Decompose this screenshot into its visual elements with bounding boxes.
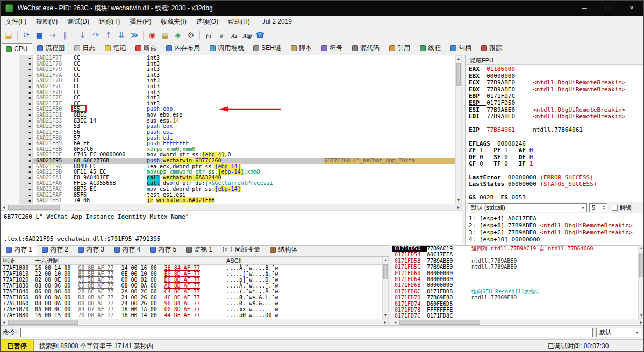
memory-row[interactable]: 77AF104006 00 08 0028 8C AF 772A 00 2C 0… (1, 289, 382, 294)
memory-vscrollbar[interactable]: ▲ ▼ (382, 257, 389, 319)
registers-view[interactable]: EAX 01186000EBX 00000000ECX 77B9ABE0 <nt… (466, 65, 644, 202)
breakpoint-gutter[interactable]: ● (19, 124, 33, 130)
disasm-row[interactable]: ●6AD21F8756push esi (1, 130, 455, 135)
run-to-user-code-button[interactable]: ⇊ (115, 30, 128, 41)
memory-row[interactable]: 77AF105008 00 0A 00D8 8B AF 7724 00 26 0… (1, 294, 382, 300)
modules-at-button[interactable]: A@ (241, 30, 254, 41)
spinner-arrows-icon[interactable]: ▲▼ (601, 205, 607, 210)
disasm-row[interactable]: ●6AD21F9568 60C2776Bpush wechatwin.6B77C… (1, 158, 455, 164)
disasm-row[interactable]: ●6AD21F9D0F11 45 ECmovups xmmword ptr ss… (1, 169, 455, 175)
disasm-row[interactable]: ●6AD21FAC8B75 ECmov esi,dword ptr ss:[eb… (1, 186, 455, 192)
disasm-row[interactable]: ●6AD21F79CCint3 (1, 67, 455, 73)
argument-line[interactable]: 2: [esp+8] 77B9ABE0 <ntdll.DbgUiRemoteBr… (469, 222, 644, 229)
menu-item-plugins[interactable]: 插件(P) (125, 16, 156, 28)
stack-row[interactable]: 0171FD6000000000 (392, 270, 638, 276)
tab-memory-5[interactable]: 内存 5 (146, 243, 181, 256)
stack-row[interactable]: 0171FD7077B69F80ntdll.77B69F80 (392, 294, 638, 300)
argument-line[interactable]: 4: [esp+10] 00000000 (469, 236, 644, 243)
menu-item-help[interactable]: 帮助(H) (223, 16, 255, 28)
graph-view-button[interactable]: ◈ (171, 30, 184, 41)
stack-row[interactable]: 0171FD6800000000 (392, 282, 638, 288)
memory-row[interactable]: 77AF10700A 00 0C 00A4 D7 AF 7718 00 1A 0… (1, 306, 382, 312)
disasm-row[interactable]: ●6AD21F7ACCint3 (1, 73, 455, 78)
stop-button[interactable]: ■ (33, 30, 46, 41)
scroll-right-icon[interactable]: ► (456, 205, 461, 210)
tab-breakpoints[interactable]: 断点 (131, 41, 161, 55)
stack-row[interactable]: 0171FD78FFFFFFFE (392, 307, 638, 313)
stack-row[interactable]: 0171FD6C0171FDD8指向SEH_Record[1]的指针 (392, 289, 638, 294)
tab-source[interactable]: 源代码 (348, 41, 384, 55)
disasm-row[interactable]: ●6AD21F7ECCint3 (1, 95, 455, 101)
breakpoint-gutter[interactable]: ● (19, 130, 33, 135)
disasm-row[interactable]: ●6AD21FAF85F6test esi,esi (1, 192, 455, 198)
tab-threads[interactable]: 线程 (416, 41, 446, 55)
disassembly-hscrollbar[interactable]: ◄ ► (1, 204, 462, 211)
breakpoint-gutter[interactable]: ● (19, 158, 33, 164)
tab-memory-map[interactable]: 内存布局 (162, 41, 205, 55)
strings-az-button[interactable]: Az (228, 30, 241, 41)
scroll-up-icon[interactable]: ▲ (639, 246, 644, 251)
disassembly-vscrollbar[interactable]: ▲ ▼ (455, 55, 462, 204)
tab-locals[interactable]: [x=]局部变量 (218, 243, 265, 256)
scroll-down-icon[interactable]: ▼ (456, 198, 461, 203)
tab-notes[interactable]: 笔记 (101, 41, 131, 55)
scroll-down-icon[interactable]: ▼ (383, 313, 388, 318)
tab-memory-3[interactable]: 内存 3 (74, 243, 109, 256)
tab-graph[interactable]: 流程图 (33, 41, 69, 55)
step-over-button[interactable]: ↷ (89, 30, 102, 41)
stack-row[interactable]: 0171FD7C0171FD8C (392, 313, 638, 319)
argument-line[interactable]: 1: [esp+4] A0C17EEA (469, 215, 644, 222)
argument-count-spinner[interactable]: 5 ▲▼ (589, 203, 607, 212)
register-line[interactable]: GS 002B FS 0053 (469, 195, 644, 202)
tab-log[interactable]: 日志 (70, 41, 100, 55)
patches-hash-button[interactable]: # (215, 30, 228, 41)
memory-row[interactable]: 77AF100016 00 14 00C0 8B AF 7714 00 16 0… (1, 265, 382, 271)
scroll-left-icon[interactable]: ◄ (1, 205, 6, 210)
breakpoint-gutter[interactable]: ● (19, 192, 33, 198)
maximize-button[interactable]: □ (596, 1, 620, 16)
breakpoint-gutter[interactable]: ● (19, 106, 33, 112)
title-bar[interactable]: WeChat.exe - PID: 263C - 模块: wechatwin.d… (1, 1, 643, 16)
breakpoint-gutter[interactable]: ● (19, 112, 33, 118)
stack-row[interactable]: 0171FD5077B9AC19返回到 ntdll.77B9AC19 自 ntd… (392, 246, 638, 252)
tab-call-stack[interactable]: 调用堆栈 (205, 41, 248, 55)
disasm-row[interactable]: ●6AD21F8857push edi (1, 135, 455, 141)
breakpoint-gutter[interactable]: ● (19, 135, 33, 141)
scroll-thumb[interactable] (456, 63, 461, 86)
command-input[interactable] (20, 328, 593, 337)
checkbox-box[interactable] (612, 205, 618, 211)
tab-handles[interactable]: 句柄 (446, 41, 476, 55)
menu-item-options[interactable]: 选项(O) (191, 16, 223, 28)
breakpoint-gutter[interactable]: ● (19, 101, 33, 107)
argument-line[interactable]: 3: [esp+C] 77B9ABE0 <ntdll.DbgUiRemoteBr… (469, 229, 644, 236)
disasm-row[interactable]: ●6AD21F78CCint3 (1, 61, 455, 67)
stack-row[interactable]: 0171FD54A0C17EEA (392, 252, 638, 257)
disasm-row[interactable]: ●6AD21F818BECmov ebp,esp (1, 112, 455, 118)
scroll-thumb[interactable] (383, 264, 388, 279)
breakpoint-gutter[interactable]: ● (19, 181, 33, 186)
disasm-row[interactable]: ●6AD21FB174 08je wechatwin.6AD21FBB (1, 198, 455, 204)
disasm-row[interactable]: ●6AD21F7BCCint3 (1, 78, 455, 84)
unlock-checkbox[interactable]: 解锁 (612, 204, 632, 212)
breakpoint-gutter[interactable]: ● (19, 67, 33, 73)
breakpoint-gutter[interactable]: ● (19, 118, 33, 124)
disasm-row[interactable]: ●6AD21F8383EC 14sub esp,14 (1, 118, 455, 124)
scroll-up-icon[interactable]: ▲ (456, 56, 461, 61)
calling-convention-select[interactable]: 默认 (stdcall) ▼ (468, 203, 587, 212)
breakpoint-gutter[interactable]: ● (19, 198, 33, 204)
breakpoint-gutter[interactable]: ● (19, 73, 33, 78)
scroll-thumb[interactable] (639, 253, 643, 277)
register-line[interactable]: CF 0 TF 0 IF 1 (469, 161, 644, 168)
breakpoint-gutter[interactable]: ● (19, 78, 33, 84)
breakpoint-gutter[interactable]: ● (19, 55, 33, 61)
disassembly-view[interactable]: ●6AD21F77CCint3●6AD21F78CCint3●6AD21F79C… (1, 55, 455, 204)
scroll-thumb[interactable] (8, 320, 78, 325)
command-profile-select[interactable]: 默认 ▼ (596, 328, 641, 337)
scroll-left-icon[interactable]: ◄ (1, 320, 6, 325)
scroll-right-icon[interactable]: ► (383, 320, 388, 325)
scroll-left-icon[interactable]: ◄ (392, 320, 398, 325)
run-button[interactable]: → (46, 30, 59, 41)
breakpoint-gutter[interactable]: ● (19, 61, 33, 67)
memory-row[interactable]: 77AF103008 00 06 00C0 8B AF 7708 00 0A 0… (1, 283, 382, 289)
step-into-button[interactable]: ↓ (76, 30, 89, 41)
